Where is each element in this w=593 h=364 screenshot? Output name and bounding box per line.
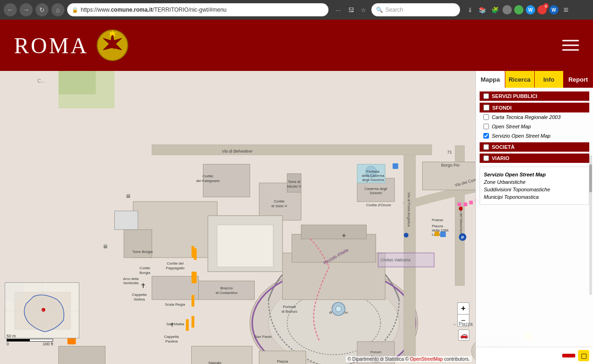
hamburger-line-1: [562, 40, 579, 42]
browser-menu-icon[interactable]: ≡: [561, 5, 571, 15]
svg-point-127: [42, 308, 45, 312]
layer-header-viario[interactable]: VIARIO: [480, 154, 589, 163]
tab-ricerca[interactable]: Ricerca: [505, 71, 535, 88]
extensions-icon[interactable]: 🧩: [490, 5, 500, 15]
svg-rect-109: [440, 231, 446, 237]
scrollbar-track: [589, 155, 592, 295]
checkbox-viario[interactable]: [483, 155, 489, 161]
svg-text:Civitas Vaticana: Civitas Vaticana: [381, 258, 411, 262]
svg-rect-27: [152, 145, 432, 155]
svg-rect-103: [464, 203, 467, 206]
svg-text:🏛: 🏛: [126, 194, 131, 199]
download-icon[interactable]: ⇓: [465, 5, 475, 15]
navigation-icon[interactable]: 🚗: [458, 329, 469, 341]
svg-text:Cortile del: Cortile del: [167, 261, 183, 266]
svg-text:Svizzeri: Svizzeri: [370, 191, 382, 195]
info-item-zone[interactable]: Zone Urbanistiche: [484, 178, 585, 186]
ext-icon-notif[interactable]: 0: [537, 5, 547, 14]
forward-button[interactable]: →: [20, 3, 33, 16]
svg-point-100: [404, 233, 409, 238]
app-header: ROMA SPQR: [0, 20, 593, 71]
svg-rect-6: [59, 71, 96, 94]
reload-button[interactable]: ↻: [35, 3, 49, 16]
svg-rect-101: [435, 231, 440, 236]
tab-info[interactable]: Info: [535, 71, 564, 88]
svg-text:Arco della: Arco della: [123, 277, 139, 281]
svg-rect-121: [192, 316, 195, 328]
browser-right-icons: ⇓ 📚 🧩 W 0 W ≡: [465, 5, 571, 15]
footer-icon-btn[interactable]: ▢: [578, 350, 589, 361]
label-servizi: SERVIZI PUBBLICI: [492, 93, 537, 99]
svg-rect-117: [186, 319, 189, 331]
more-dots[interactable]: ···: [333, 5, 343, 15]
svg-text:Cappella: Cappella: [132, 293, 147, 297]
layer-header-sfondi[interactable]: SFONDI: [480, 103, 589, 112]
minimap-svg: [5, 283, 79, 338]
layer-item-servizio-osm[interactable]: Servizio Open Street Map: [480, 131, 589, 140]
svg-text:Nicolo V: Nicolo V: [287, 184, 301, 189]
svg-text:di Bronzo: di Bronzo: [282, 309, 298, 314]
layer-item-carta-tecnica[interactable]: Carta Tecnica Regionale 2003: [480, 112, 589, 122]
svg-rect-122: [194, 248, 197, 260]
svg-rect-128: [5, 283, 24, 301]
layer-section-viario: VIARIO: [480, 154, 589, 163]
browser-chrome: ← → ↻ ⌂ 🔒 https://www.comune.roma.it/TER…: [0, 0, 593, 20]
home-button[interactable]: ⌂: [51, 3, 64, 16]
library-icon[interactable]: 📚: [477, 5, 488, 15]
tab-report[interactable]: Report: [564, 71, 593, 88]
svg-text:Torre di: Torre di: [288, 180, 300, 184]
search-bar[interactable]: 🔍 Search: [371, 3, 460, 16]
hamburger-menu[interactable]: [562, 40, 579, 51]
ext-icon-4[interactable]: W: [549, 5, 558, 14]
svg-rect-21: [217, 225, 273, 267]
back-button[interactable]: ←: [4, 3, 17, 16]
info-item-suddivisioni[interactable]: Suddivisioni Toponomastiche: [484, 186, 585, 193]
star-icon[interactable]: ☆: [358, 5, 369, 15]
svg-rect-104: [469, 201, 473, 204]
bookmark-icon[interactable]: 🖫: [346, 5, 356, 15]
attribution-text: © Dipartimento di Statistica © OpenStree…: [348, 357, 470, 362]
svg-text:di Sisto V: di Sisto V: [272, 204, 287, 208]
zoom-in-button[interactable]: +: [457, 302, 469, 315]
spqr-emblem: SPQR: [96, 29, 129, 62]
svg-text:dei Falegnami: dei Falegnami: [196, 179, 219, 183]
checkbox-sfondi[interactable]: [483, 105, 489, 111]
right-panel: Mappa Ricerca Info Report SERVIZI PUBBLI…: [475, 71, 593, 364]
svg-text:Borgia: Borgia: [140, 271, 151, 275]
address-bar[interactable]: 🔒 https://www.comune.roma.it/TERRITORIO/…: [67, 3, 328, 16]
svg-rect-102: [458, 203, 461, 206]
minimap[interactable]: [5, 282, 79, 338]
layer-item-osm[interactable]: Open Street Map: [480, 122, 589, 131]
checkbox-servizi[interactable]: [483, 93, 489, 99]
svg-text:Torre Borgia: Torre Borgia: [133, 250, 153, 254]
svg-rect-16: [115, 211, 138, 230]
svg-text:della Caserma: della Caserma: [362, 174, 384, 178]
scrollbar-thumb[interactable]: [589, 164, 592, 192]
svg-rect-30: [199, 281, 255, 300]
search-placeholder: Search: [385, 7, 403, 13]
logo-text: ROMA: [14, 33, 89, 58]
checkbox-osm[interactable]: [483, 124, 489, 129]
layer-header-servizi[interactable]: SERVIZI PUBBLICI: [480, 91, 589, 101]
svg-text:San Paolo: San Paolo: [255, 335, 272, 339]
svg-text:🏛: 🏛: [103, 244, 108, 249]
scale-label-ft: 100 ft: [42, 342, 53, 346]
footer-red-bar: [562, 354, 575, 357]
tab-mappa[interactable]: Mappa: [476, 71, 505, 88]
layer-section-societa: SOCIETÀ: [480, 142, 589, 152]
info-item-municipi[interactable]: Municipi Toponomastica: [484, 193, 585, 201]
svg-text:Sistina: Sistina: [133, 297, 145, 301]
browser-icons: ··· 🖫 ☆: [333, 5, 369, 15]
checkbox-servizio-osm[interactable]: [483, 133, 489, 139]
layer-header-societa[interactable]: SOCIETÀ: [480, 142, 589, 152]
ext-icon-1[interactable]: [502, 5, 512, 14]
svg-text:Polese: Polese: [432, 218, 444, 222]
checkbox-carta-tecnica[interactable]: [483, 114, 489, 120]
label-servizio-osm: Servizio Open Street Map: [492, 133, 551, 139]
map-label-top: C...: [37, 78, 45, 84]
ext-icon-2[interactable]: [514, 5, 523, 14]
info-item-osm[interactable]: Servizio Open Street Map: [484, 171, 585, 178]
checkbox-societa[interactable]: [483, 144, 489, 150]
svg-rect-123: [194, 272, 197, 283]
ext-icon-3[interactable]: W: [526, 5, 535, 14]
